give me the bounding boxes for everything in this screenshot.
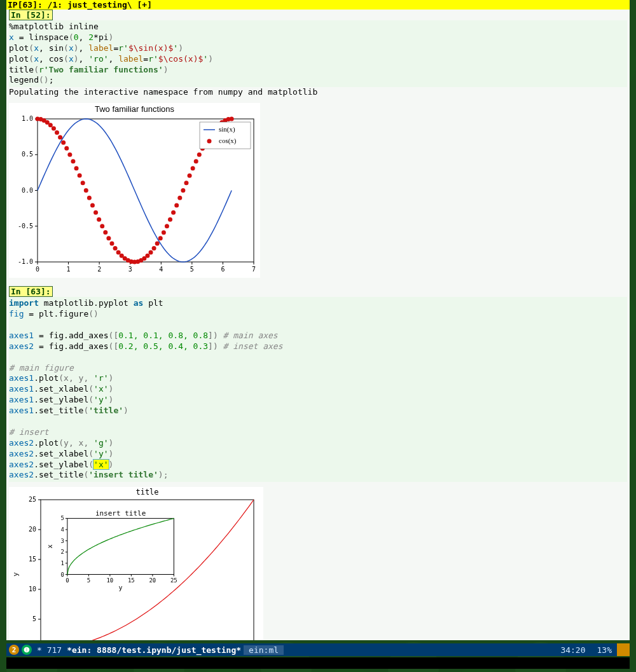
svg-point-73: [181, 188, 185, 193]
svg-text:x: x: [46, 545, 53, 549]
svg-point-78: [197, 153, 202, 157]
svg-point-51: [109, 242, 114, 246]
svg-point-40: [74, 166, 79, 170]
plot-output-2: titlexy0123450510152025insert titleyx051…: [9, 487, 263, 640]
svg-point-53: [116, 250, 121, 255]
svg-text:0.0: 0.0: [22, 187, 33, 194]
cursor-pos[interactable]: 'x': [93, 460, 108, 469]
svg-point-62: [145, 254, 149, 258]
svg-text:y: y: [11, 572, 20, 577]
svg-point-37: [64, 146, 69, 151]
cursor-position: 34:20: [554, 645, 591, 655]
svg-text:0: 0: [36, 266, 39, 273]
stdout: Populating the interactive namespace fro…: [9, 87, 627, 98]
svg-text:5: 5: [87, 577, 90, 584]
svg-text:3: 3: [128, 266, 132, 273]
svg-text:10: 10: [106, 577, 113, 584]
svg-text:y: y: [119, 584, 123, 591]
svg-text:25: 25: [29, 496, 36, 503]
svg-text:4: 4: [159, 266, 163, 273]
svg-text:2: 2: [60, 549, 64, 556]
buffer-name: *ein: 8888/test.ipynb/just_testing*: [67, 645, 241, 655]
svg-text:15: 15: [29, 556, 36, 563]
svg-text:cos(x): cos(x): [219, 137, 237, 145]
code-cell[interactable]: %matplotlib inline x = linspace(0, 2*pi)…: [9, 20, 627, 87]
svg-point-36: [61, 141, 66, 145]
scroll-percent: 13%: [592, 645, 617, 655]
svg-point-72: [177, 196, 182, 200]
svg-point-71: [174, 203, 179, 208]
svg-text:20: 20: [149, 577, 156, 584]
minibuffer[interactable]: [6, 657, 630, 669]
svg-text:5: 5: [60, 516, 64, 522]
svg-point-68: [165, 224, 169, 228]
svg-point-32: [48, 123, 53, 127]
svg-point-39: [71, 159, 75, 163]
svg-point-70: [171, 210, 176, 215]
svg-text:5: 5: [190, 266, 194, 273]
modeline-end: [617, 643, 630, 656]
svg-point-43: [84, 188, 88, 193]
plot-output-1: Two familiar functions01234567-1.0-0.50.…: [9, 103, 260, 278]
svg-point-64: [152, 246, 156, 250]
window-badge: 2: [9, 645, 19, 655]
svg-text:3: 3: [60, 538, 64, 544]
svg-point-45: [90, 203, 95, 208]
svg-point-67: [162, 230, 166, 235]
svg-point-35: [58, 135, 62, 140]
svg-text:7: 7: [252, 266, 256, 273]
svg-point-74: [184, 181, 188, 185]
svg-point-34: [55, 130, 59, 135]
svg-text:Two familiar functions: Two familiar functions: [95, 104, 174, 114]
svg-text:1.0: 1.0: [22, 115, 33, 122]
chart-2: titlexy0123450510152025insert titleyx051…: [9, 487, 263, 640]
svg-point-75: [188, 174, 192, 178]
svg-text:-0.5: -0.5: [18, 223, 33, 230]
code-cell[interactable]: import matplotlib.pyplot as plt fig = pl…: [9, 297, 627, 482]
svg-text:2: 2: [97, 266, 101, 273]
svg-text:10: 10: [29, 586, 36, 593]
svg-text:5: 5: [32, 615, 36, 622]
magic-line: %matplotlib inline: [9, 22, 99, 31]
svg-text:6: 6: [221, 266, 225, 273]
svg-text:-1.0: -1.0: [18, 258, 33, 265]
chart-1: Two familiar functions01234567-1.0-0.50.…: [9, 103, 260, 278]
svg-text:15: 15: [128, 577, 135, 584]
svg-point-52: [113, 246, 118, 250]
svg-text:0: 0: [60, 572, 64, 578]
svg-point-92: [207, 139, 212, 144]
svg-text:0.5: 0.5: [22, 151, 33, 158]
svg-point-65: [155, 242, 160, 246]
modeline: 2 ❶ * 717 *ein: 8888/test.ipynb/just_tes…: [6, 643, 630, 656]
svg-text:insert title: insert title: [95, 510, 146, 518]
header-line: IP[63]: /1: just_testing\ [+]: [6, 0, 630, 10]
svg-text:0: 0: [66, 577, 69, 584]
svg-rect-122: [67, 519, 174, 575]
svg-point-69: [168, 217, 172, 222]
svg-text:sin(x): sin(x): [219, 125, 235, 134]
svg-text:title: title: [135, 488, 158, 497]
svg-point-50: [106, 237, 111, 241]
svg-point-63: [149, 250, 153, 255]
svg-text:4: 4: [60, 526, 64, 533]
svg-point-46: [93, 210, 98, 215]
svg-point-76: [191, 166, 195, 170]
input-prompt: In [63]:: [9, 286, 53, 297]
svg-point-38: [67, 153, 72, 157]
buffer-content[interactable]: In [52]: %matplotlib inline x = linspace…: [6, 10, 630, 640]
svg-point-33: [52, 127, 56, 131]
svg-point-88: [230, 117, 234, 121]
svg-point-48: [100, 224, 104, 228]
svg-point-77: [194, 159, 198, 163]
svg-point-42: [81, 181, 85, 185]
svg-point-41: [78, 174, 82, 178]
svg-text:25: 25: [170, 577, 177, 584]
svg-text:1: 1: [60, 560, 64, 566]
svg-point-47: [97, 217, 101, 222]
svg-text:20: 20: [29, 526, 36, 533]
editor-frame: IP[63]: /1: just_testing\ [+] In [52]: %…: [6, 0, 630, 640]
svg-point-49: [103, 230, 107, 235]
major-mode: ein:ml: [244, 645, 284, 655]
svg-point-66: [158, 237, 163, 241]
input-prompt: In [52]:: [9, 10, 53, 20]
